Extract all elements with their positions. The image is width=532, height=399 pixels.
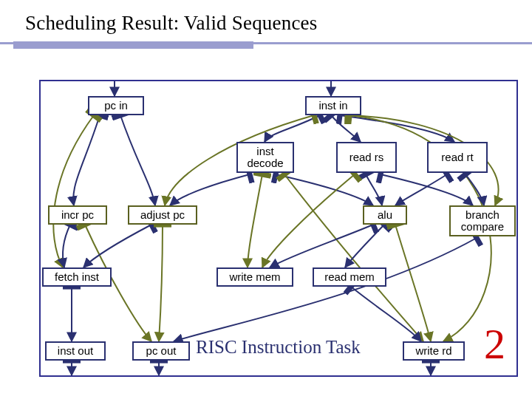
- node-branch-compare-l1: branch: [466, 209, 499, 221]
- node-inst-decode-l2: decode: [247, 157, 283, 169]
- task-graph-diagram: pc in inst in inst decode read rs read r…: [39, 80, 518, 377]
- slide-title: Scheduling Result: Valid Sequences: [25, 12, 318, 35]
- node-branch-compare: branch compare: [449, 205, 516, 236]
- node-read-mem: read mem: [313, 267, 386, 287]
- node-pc-in: pc in: [88, 96, 144, 115]
- diagram-caption: RISC Instruction Task: [196, 337, 361, 358]
- edge-layer: [41, 81, 516, 375]
- sequence-counter: 2: [484, 319, 505, 369]
- node-fetch-inst: fetch inst: [42, 267, 112, 287]
- node-inst-out: inst out: [45, 341, 106, 361]
- node-write-rd: write rd: [403, 341, 465, 361]
- node-read-rs: read rs: [336, 142, 397, 173]
- node-inst-decode-l1: inst: [256, 146, 273, 157]
- node-write-mem: write mem: [216, 267, 293, 287]
- node-inst-decode: inst decode: [236, 142, 294, 173]
- node-incr-pc: incr pc: [48, 205, 107, 225]
- node-adjust-pc: adjust pc: [128, 205, 197, 225]
- node-branch-compare-l2: compare: [461, 221, 504, 233]
- title-underline-accent: [13, 41, 253, 49]
- node-read-rt: read rt: [427, 142, 488, 173]
- node-pc-out: pc out: [132, 341, 190, 361]
- node-inst-in: inst in: [305, 96, 361, 115]
- slide: Scheduling Result: Valid Sequences: [0, 0, 532, 399]
- node-alu: alu: [363, 205, 407, 225]
